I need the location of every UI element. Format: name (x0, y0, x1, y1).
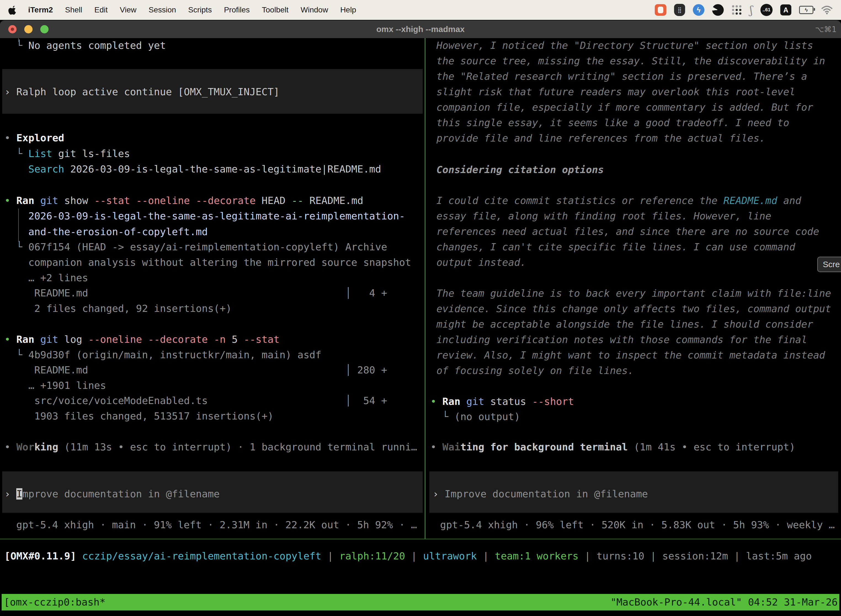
omx-status-line: [OMX#0.11.9] cczip/essay/ai-reimplementa… (0, 0, 841, 616)
menu-item-profiles[interactable]: Profiles (224, 6, 250, 14)
menu-item-window[interactable]: Window (301, 6, 328, 14)
menu-item-shell[interactable]: Shell (65, 6, 82, 14)
tmux-status-bar: [omx-cczip0:bash* "MacBook-Pro-44.local"… (1, 594, 840, 610)
menu-bar-status-icons: ⣿ ϟ ʃ ..61 A ϟ (655, 4, 833, 16)
menu-bar: iTerm2ShellEditViewSessionScriptsProfile… (0, 0, 841, 20)
menu-bar-left: iTerm2ShellEditViewSessionScriptsProfile… (8, 5, 368, 15)
dots-grid-icon[interactable] (731, 5, 742, 15)
chat-app-icon[interactable] (655, 4, 666, 16)
menu-item-iterm2[interactable]: iTerm2 (28, 6, 53, 14)
tmux-session-label: [omx-cczip0:bash* (4, 594, 105, 610)
menu-item-view[interactable]: View (120, 6, 136, 14)
menu-item-help[interactable]: Help (340, 6, 356, 14)
shield-grid-icon[interactable]: ⣿ (674, 4, 685, 16)
badge-61-icon[interactable]: ..61 (760, 4, 772, 16)
menu-items: iTerm2ShellEditViewSessionScriptsProfile… (28, 6, 368, 14)
sync-badge-icon[interactable]: ϟ (693, 4, 705, 16)
hook-icon[interactable]: ʃ (750, 4, 753, 16)
battery-icon[interactable]: ϟ (799, 6, 813, 14)
tmux-host-clock: "MacBook-Pro-44.local" 04:52 31-Mar-26 (610, 594, 838, 610)
menu-item-toolbelt[interactable]: Toolbelt (262, 6, 289, 14)
pie-app-icon[interactable] (712, 4, 724, 16)
wifi-icon[interactable] (821, 6, 833, 14)
menu-item-scripts[interactable]: Scripts (188, 6, 212, 14)
apple-icon[interactable] (8, 5, 18, 15)
screen: iTerm2ShellEditViewSessionScriptsProfile… (0, 0, 841, 616)
terminal-line: [OMX#0.11.9] cczip/essay/ai-reimplementa… (4, 549, 812, 564)
input-source-icon[interactable]: A (780, 4, 791, 15)
screen-button[interactable]: Scre (817, 257, 841, 272)
menu-item-session[interactable]: Session (148, 6, 176, 14)
menu-item-edit[interactable]: Edit (94, 6, 108, 14)
